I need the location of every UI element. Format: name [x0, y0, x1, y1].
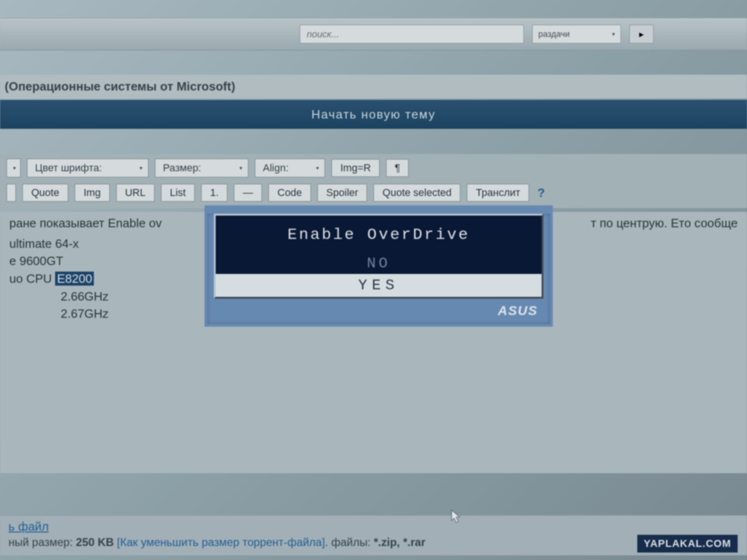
search-go-button[interactable]: ▸ — [629, 25, 654, 43]
attach-size-value: 250 KB — [76, 536, 114, 548]
list-button[interactable]: List — [161, 184, 195, 202]
new-topic-banner[interactable]: Начать новую тему — [0, 100, 747, 129]
leading-select[interactable]: ▾ — [7, 159, 21, 177]
code-button[interactable]: Code — [268, 184, 311, 202]
bios-overdrive-dialog: Enable OverDrive NO YES ASUS — [204, 205, 553, 327]
quote-selected-button[interactable]: Quote selected — [374, 184, 460, 202]
editor-toolbar: ▾ Цвет шрифта: ▾ Размер: ▾ Align: ▾ Img=… — [0, 154, 747, 208]
post-line-1-left: ране показывает Enable ov — [9, 215, 162, 232]
dash-button[interactable]: — — [234, 184, 262, 202]
bios-dialog-title: Enable OverDrive — [216, 216, 542, 253]
attach-hint-link[interactable]: [Как уменьшить размер торрент-файла] — [117, 536, 325, 548]
size-label: Размер: — [163, 162, 201, 174]
search-input[interactable] — [300, 25, 524, 43]
leading-button[interactable] — [7, 184, 16, 202]
toolbar-row-1: ▾ Цвет шрифта: ▾ Размер: ▾ Align: ▾ Img=… — [7, 159, 740, 177]
arrow-right-icon: ▸ — [639, 28, 644, 40]
attach-file-link[interactable]: ь файл — [8, 519, 49, 534]
attach-files-value: *.zip, *.rar — [374, 536, 426, 548]
help-icon[interactable]: ? — [536, 186, 545, 200]
asus-brand-label: ASUS — [207, 299, 550, 318]
chevron-down-icon: ▾ — [240, 165, 242, 171]
banner-label: Начать новую тему — [311, 107, 436, 122]
font-color-label: Цвет шрифта: — [35, 162, 102, 174]
img-right-button[interactable]: Img=R — [331, 159, 380, 177]
post-line-1-right: т по центрую. Ето сообще — [591, 215, 738, 232]
breadcrumb-text: (Операционные системы от Microsoft) — [5, 79, 235, 93]
align-label: Align: — [263, 162, 289, 174]
bios-inner-frame: Enable OverDrive NO YES — [214, 214, 543, 299]
category-select[interactable]: раздачи ▾ — [532, 25, 621, 43]
attach-size-label: ный размер: — [8, 536, 73, 548]
top-search-bar: раздачи ▾ ▸ — [0, 18, 747, 50]
paragraph-button[interactable]: ¶ — [386, 159, 409, 177]
category-label: раздачи — [538, 29, 570, 39]
bios-option-no[interactable]: NO — [216, 253, 542, 274]
bios-option-yes[interactable]: YES — [216, 274, 542, 297]
breadcrumb: (Операционные системы от Microsoft) — [0, 75, 747, 98]
quote-button[interactable]: Quote — [22, 184, 68, 202]
cpu-model-selected: E8200 — [55, 272, 94, 286]
spec-cpu-prefix: uo CPU — [9, 272, 52, 286]
size-select[interactable]: Размер: ▾ — [155, 159, 248, 177]
chevron-down-icon: ▾ — [612, 31, 615, 37]
font-color-select[interactable]: Цвет шрифта: ▾ — [27, 159, 148, 177]
attach-files-label: файлы: — [331, 536, 370, 548]
chevron-down-icon: ▾ — [13, 165, 16, 171]
attach-info-line: ный размер: 250 KB [Как уменьшить размер… — [8, 536, 739, 549]
list-num-button[interactable]: 1. — [201, 184, 227, 202]
chevron-down-icon: ▾ — [316, 165, 319, 171]
align-select[interactable]: Align: ▾ — [255, 159, 325, 177]
watermark-badge: YAPLAKAL.COM — [637, 535, 738, 553]
url-button[interactable]: URL — [116, 184, 155, 202]
toolbar-row-2: Quote Img URL List 1. — Code Spoiler Quo… — [7, 184, 740, 202]
chevron-down-icon: ▾ — [140, 165, 142, 171]
img-button[interactable]: Img — [75, 184, 110, 202]
translit-button[interactable]: Транслит — [467, 184, 529, 202]
attach-file-area: ь файл ный размер: 250 KB [Как уменьшить… — [0, 515, 747, 555]
spoiler-button[interactable]: Spoiler — [317, 184, 367, 202]
